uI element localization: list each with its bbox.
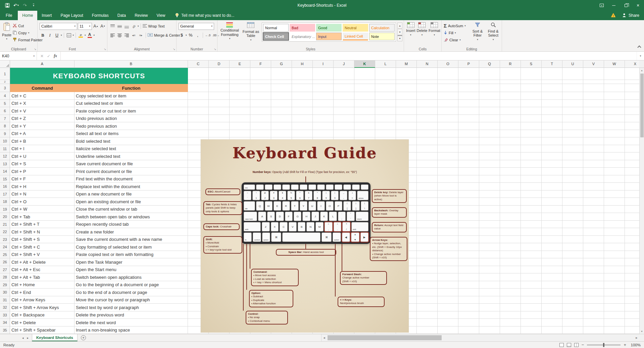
align-middle-button[interactable] [116,23,123,30]
clipboard-dialog-launcher[interactable]: ↘ [34,48,36,51]
cell-a9[interactable]: Ctrl + A [10,130,75,138]
cell-b20[interactable]: Switch between open tabs or windows [75,213,188,221]
column-header-n[interactable]: N [417,60,438,68]
cell-a8[interactable]: Ctrl + Y [10,122,75,130]
column-header-i[interactable]: I [313,60,334,68]
cell-b33[interactable]: Delete the previous word [75,311,188,319]
conditional-formatting-button[interactable]: Conditional Formatting ▾ [219,21,240,40]
number-format-select[interactable]: General▾ [179,23,214,30]
cell-a24[interactable]: Ctrl + Shift + C [10,243,75,251]
zoom-slider-thumb[interactable] [603,343,604,347]
align-center-button[interactable] [116,32,123,39]
row-header-31[interactable]: 31 [0,296,10,304]
wrap-text-button[interactable]: Wrap Text [143,24,165,29]
font-size-select[interactable]: 11▾ [78,23,92,30]
alignment-dialog-launcher[interactable]: ↘ [173,48,175,51]
font-color-button[interactable]: A [87,32,93,39]
column-header-g[interactable]: G [271,60,292,68]
column-header-o[interactable]: O [438,60,458,68]
cell-style-explanatory[interactable]: Explanatory ... [290,33,315,40]
column-header-m[interactable]: M [396,60,417,68]
percent-format-button[interactable]: % [188,32,194,39]
scroll-down-icon[interactable]: ▼ [640,329,644,334]
bold-button[interactable]: B [40,32,46,39]
zoom-level[interactable]: 100% [629,343,641,347]
tell-me-box[interactable]: Tell me what you want to do... [175,11,234,20]
row-header-12[interactable]: 12 [0,153,10,160]
cell-a28[interactable]: Ctrl + Alt + Tab [10,273,75,281]
cell-style-normal[interactable]: Normal [263,24,289,32]
format-cells-button[interactable]: Format▾ [429,21,440,36]
increase-indent-button[interactable]: ≡▸ [138,32,144,39]
fill-button[interactable]: Fill▾ [444,30,469,36]
share-button[interactable]: Share [622,13,639,18]
row-header-1[interactable]: 1 [0,68,10,80]
cell-b32[interactable]: Select text by word or paragraph [75,304,188,311]
cell-b34[interactable]: Delete the next word [75,319,188,327]
row-header-14[interactable]: 14 [0,168,10,175]
vertical-scroll-thumb[interactable] [640,74,644,137]
cell-a16[interactable]: Ctrl + H [10,183,75,190]
warning-icon[interactable]: ! [611,13,616,18]
cell-a23[interactable]: Ctrl + Shift + S [10,236,75,244]
fill-color-button[interactable] [78,32,84,39]
select-all-button[interactable] [0,60,10,68]
sort-filter-button[interactable]: Sort & Filter▾ [470,21,485,41]
cell-b11[interactable]: Italicize selected text [75,145,188,153]
row-header-25[interactable]: 25 [0,251,10,259]
row-header-26[interactable]: 26 [0,258,10,266]
column-header-r[interactable]: R [500,60,521,68]
ribbon-tab-formulas[interactable]: Formulas [88,11,113,20]
cell-a35[interactable]: Ctrl + Shift + Spacebar [10,327,75,334]
italic-button[interactable]: I [47,32,53,39]
worksheet-grid[interactable]: KEYBOARD SHORTCUTS Command Function Ctrl… [10,68,639,334]
clear-button[interactable]: Clear▾ [444,37,469,43]
cell-b13[interactable]: Save current document or file [75,160,188,168]
row-header-21[interactable]: 21 [0,221,10,228]
cell-b7[interactable]: Undo previous action [75,115,188,123]
decrease-font-size-button[interactable]: A▼ [100,23,106,30]
cell-b29[interactable]: Go to the beginning of a document or pag… [75,281,188,289]
cell-a25[interactable]: Ctrl + Shift + V [10,251,75,259]
cell-style-input[interactable]: Input [316,33,342,40]
cell-b35[interactable]: Insert a non-breaking space [75,327,188,334]
cell-a11[interactable]: Ctrl + I [10,145,75,153]
cell-b27[interactable]: Open the Start menu [75,266,188,274]
column-header-j[interactable]: J [334,60,354,68]
column-header-c[interactable]: C [188,60,209,68]
cell-b22[interactable]: Create a new folder [75,228,188,236]
cell-a20[interactable]: Ctrl + Tab [10,213,75,221]
cell-b17[interactable]: Open a new document or file [75,190,188,198]
row-header-9[interactable]: 9 [0,130,10,138]
cell-a4[interactable]: Ctrl + C [10,92,75,100]
scroll-right-icon[interactable]: ▶ [634,337,639,339]
decrease-indent-button[interactable]: ◂≡ [131,32,137,39]
ribbon-tab-home[interactable]: Home [18,11,37,20]
row-header-7[interactable]: 7 [0,115,10,123]
column-header-p[interactable]: P [458,60,479,68]
cell-b28[interactable]: Switch between open applications [75,273,188,281]
cell-a14[interactable]: Ctrl + P [10,168,75,175]
customize-qat-button[interactable]: ▾ [30,1,38,9]
scroll-left-icon[interactable]: ◀ [321,337,327,339]
cell-b8[interactable]: Redo previous action [75,122,188,130]
row-header-27[interactable]: 27 [0,266,10,274]
cell-a27[interactable]: Ctrl + Alt + Esc [10,266,75,274]
new-sheet-button[interactable]: + [81,335,86,340]
row-header-23[interactable]: 23 [0,236,10,244]
column-header-x[interactable]: X [625,60,644,68]
horizontal-scroll-thumb[interactable] [328,335,442,340]
row-header-5[interactable]: 5 [0,100,10,107]
ribbon-tab-view[interactable]: View [152,11,170,20]
column-header-v[interactable]: V [583,60,604,68]
row-header-11[interactable]: 11 [0,145,10,153]
cell-a17[interactable]: Ctrl + N [10,190,75,198]
column-header-d[interactable]: D [209,60,230,68]
cell-a6[interactable]: Ctrl + V [10,107,75,115]
column-header-e[interactable]: E [230,60,250,68]
sheet-tab-keyboard-shortcuts[interactable]: Keyboard Shortcuts [32,334,78,341]
cell-a13[interactable]: Ctrl + S [10,160,75,168]
row-header-28[interactable]: 28 [0,273,10,281]
increase-decimal-icon[interactable]: ←.0 [205,32,211,39]
cell-a26[interactable]: Ctrl + Alt + Delete [10,258,75,266]
